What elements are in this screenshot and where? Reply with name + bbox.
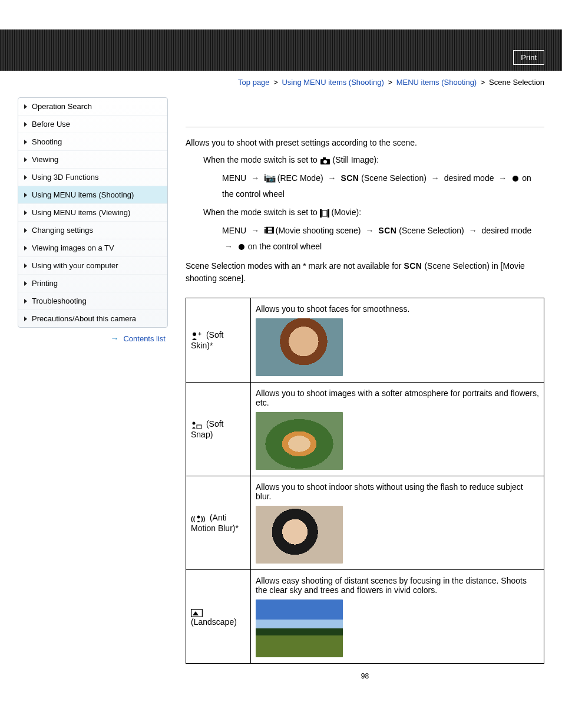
instructions: When the mode switch is set to (Still Im… [186,153,544,254]
mode-desc: Allows you to shoot indoor shots without… [256,482,523,501]
caret-right-icon [24,157,27,162]
sidebar-item-label: Operation Search [32,102,92,111]
text: desired mode [444,173,494,183]
caret-right-icon [24,317,27,321]
breadcrumb-sep: > [272,78,280,87]
sidebar-nav: Operation SearchBefore UseShootingViewin… [18,97,168,328]
text: When the mode switch is set to [203,207,320,217]
anti-motion-blur-icon: (()) [191,514,206,523]
sidebar-item[interactable]: Changing settings [18,221,167,239]
caret-right-icon [24,104,27,109]
breadcrumb: Top page > Using MENU items (Shooting) >… [0,71,562,91]
print-button[interactable]: Print [513,50,544,65]
mode-label-cell: (()) (Anti Motion Blur)* [186,476,251,570]
table-row: (()) (Anti Motion Blur)* Allows you to s… [186,476,544,570]
header-bar: Print [0,29,562,71]
page-number: 98 [186,664,544,689]
sidebar-item[interactable]: Shooting [18,133,167,150]
breadcrumb-cat2[interactable]: MENU items (Shooting) [396,78,477,87]
sidebar-item[interactable]: Operation Search [18,98,167,115]
mode-name: (Landscape) [191,617,237,627]
caret-right-icon [24,263,27,268]
caret-right-icon [24,140,27,144]
mode-desc-cell: Allows you to shoot indoor shots without… [251,476,544,570]
main-content: Allows you to shoot with preset settings… [168,91,544,689]
arrow-right-icon [251,170,259,186]
still-camera-icon [320,154,330,167]
mode-label-cell: (Soft Snap) [186,383,251,476]
sidebar-item[interactable]: Using 3D Functions [18,168,167,186]
sidebar-item[interactable]: Printing [18,274,167,292]
sidebar-item-label: Using 3D Functions [32,173,98,182]
breadcrumb-top[interactable]: Top page [238,78,270,87]
sidebar-item[interactable]: Viewing images on a TV [18,239,167,256]
scene-modes-table: + (Soft Skin)* Allows you to shoot faces… [186,298,544,664]
caret-right-icon [24,175,27,180]
svg-rect-4 [328,209,329,218]
sample-image [256,506,343,564]
text: desired mode [482,226,532,235]
svg-rect-5 [322,210,327,216]
sidebar-item[interactable]: Troubleshooting [18,292,167,309]
breadcrumb-current: Scene Selection [489,78,544,87]
rec-mode-icon: i📷 [264,173,275,183]
sidebar-item[interactable]: Using MENU items (Shooting) [18,186,167,203]
table-row: (Landscape) Allows easy shooting of dist… [186,570,544,664]
text: MENU [222,173,246,183]
divider [186,127,544,127]
text: When the mode switch is set to [203,155,320,164]
sidebar-item-label: Viewing images on a TV [32,243,114,252]
arrow-right-icon: → [111,334,119,343]
sidebar-item[interactable]: Viewing [18,150,167,168]
arrow-right-icon [251,223,259,239]
text: MENU [222,226,246,235]
sample-image [256,318,343,376]
text: (Movie shooting scene) [276,226,361,235]
mode-label-cell: + (Soft Skin)* [186,298,251,383]
sidebar-item-label: Using MENU items (Shooting) [32,190,134,199]
text: (Still Image): [333,155,379,164]
step-movie-path: MENU i🎞 (Movie shooting scene) SCN (Scen… [203,223,544,254]
movie-scene-icon: i🎞 [264,226,273,235]
sidebar-item-label: Precautions/About this camera [32,314,136,323]
breadcrumb-sep: > [479,78,487,87]
caret-right-icon [24,122,27,127]
svg-rect-1 [323,157,326,159]
control-wheel-dot-icon [239,244,244,250]
svg-text:)): )) [201,515,206,522]
arrow-right-icon [224,239,233,255]
svg-text:+: + [198,331,201,337]
svg-marker-14 [193,611,199,615]
movie-film-icon [320,206,329,219]
sidebar-item-label: Using with your computer [32,261,118,270]
sidebar-item[interactable]: Before Use [18,115,167,133]
note-text: Scene Selection modes with an * mark are… [186,260,544,285]
caret-right-icon [24,299,27,304]
sidebar-item[interactable]: Using MENU items (Viewing) [18,203,167,221]
sidebar-item[interactable]: Precautions/About this camera [18,309,167,327]
svg-point-8 [193,422,196,425]
mode-desc-cell: Allows easy shooting of distant scenes b… [251,570,544,664]
text: (Scene Selection) [399,226,464,235]
sidebar-item[interactable]: Using with your computer [18,256,167,274]
contents-list-link[interactable]: Contents list [123,334,166,343]
sample-image [256,412,343,470]
intro-text: Allows you to shoot with preset settings… [186,138,544,147]
arrow-right-icon [328,170,336,186]
text: (REC Mode) [277,173,323,183]
svg-point-6 [193,332,196,336]
arrow-right-icon [365,223,373,239]
breadcrumb-cat1[interactable]: Using MENU items (Shooting) [282,78,384,87]
sidebar-item-label: Changing settings [32,226,93,235]
caret-right-icon [24,210,27,215]
mode-desc: Allows you to shoot faces for smoothness… [256,304,409,314]
step-movie: When the mode switch is set to (Movie): [203,206,544,219]
caret-right-icon [24,281,27,286]
text: (Movie): [332,207,362,217]
sidebar-item-label: Printing [32,279,58,288]
caret-right-icon [24,193,27,197]
svg-text:((: (( [191,515,196,522]
contents-list-row: → Contents list [18,328,168,343]
arrow-right-icon [469,223,477,239]
sidebar-item-label: Before Use [32,120,70,129]
